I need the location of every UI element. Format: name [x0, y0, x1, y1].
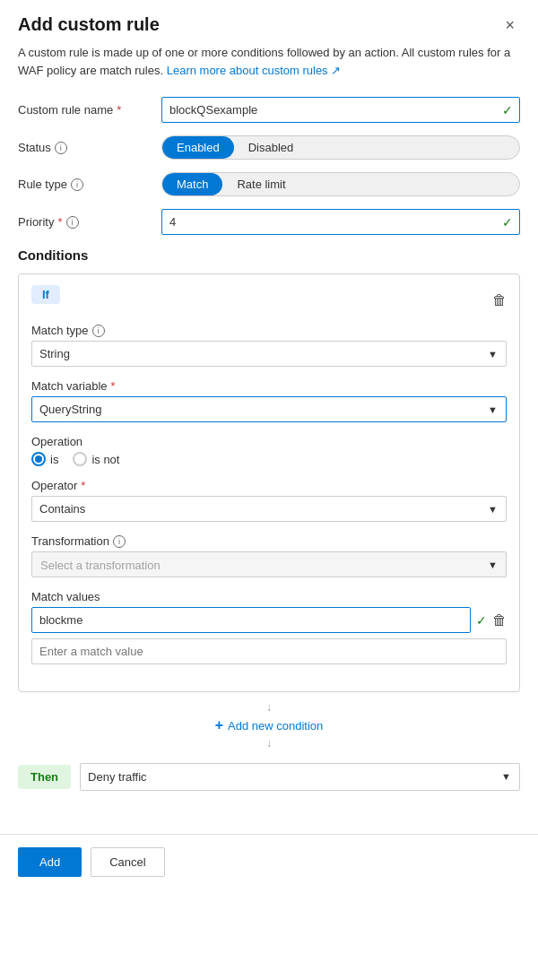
- transformation-select[interactable]: Lowercase Uppercase Trim URL decode URL …: [31, 551, 507, 577]
- dialog-body: A custom rule is made up of one or more …: [0, 44, 538, 827]
- rule-type-info-icon[interactable]: i: [71, 178, 83, 191]
- footer-divider: [0, 834, 538, 835]
- add-icon: +: [215, 717, 223, 733]
- dialog-title: Add custom rule: [18, 14, 160, 35]
- conditions-section-title: Conditions: [18, 247, 520, 263]
- rule-name-row: Custom rule name * ✓: [18, 97, 520, 123]
- add-button[interactable]: Add: [18, 847, 82, 877]
- operation-is-not-radio[interactable]: [73, 452, 87, 466]
- transformation-select-wrapper: Lowercase Uppercase Trim URL decode URL …: [31, 551, 507, 577]
- match-values-group: Match values ✓ 🗑: [31, 590, 507, 664]
- if-badge: If: [31, 285, 60, 304]
- then-row: Then Deny traffic Allow traffic Log ▼: [18, 763, 520, 791]
- match-value-checkmark: ✓: [476, 613, 487, 628]
- required-star-mv: *: [111, 379, 116, 393]
- status-enabled-button[interactable]: Enabled: [162, 136, 234, 159]
- close-button[interactable]: ×: [499, 15, 520, 35]
- priority-input[interactable]: [161, 209, 520, 235]
- status-info-icon[interactable]: i: [55, 142, 67, 154]
- condition-block: If 🗑 Match type i String IP address Geo …: [18, 273, 520, 692]
- match-variable-label: Match variable *: [31, 379, 507, 393]
- rule-name-field: ✓: [161, 97, 520, 123]
- priority-row: Priority * i ✓: [18, 209, 520, 235]
- status-control: Enabled Disabled: [161, 135, 520, 160]
- if-header: If 🗑: [31, 285, 507, 315]
- status-label: Status i: [18, 141, 161, 154]
- arrow-connector: ↓: [266, 701, 272, 714]
- required-star-op: *: [81, 479, 85, 492]
- transformation-group: Transformation i Lowercase Uppercase Tri…: [31, 534, 507, 577]
- description-text: A custom rule is made up of one or more …: [18, 44, 520, 82]
- match-value-row-2: [31, 638, 507, 664]
- transformation-label: Transformation i: [31, 534, 507, 548]
- required-star-priority: *: [57, 215, 62, 229]
- then-badge: Then: [18, 765, 71, 789]
- rule-type-control: Match Rate limit: [161, 172, 520, 196]
- add-custom-rule-dialog: Add custom rule × A custom rule is made …: [0, 0, 538, 980]
- dialog-header: Add custom rule ×: [0, 0, 538, 44]
- operator-select-wrapper: Contains Equals StartsWith EndsWith ▼: [31, 496, 507, 522]
- cancel-button[interactable]: Cancel: [91, 847, 164, 877]
- then-action-select[interactable]: Deny traffic Allow traffic Log: [80, 763, 520, 791]
- then-select-wrapper: Deny traffic Allow traffic Log ▼: [80, 763, 520, 791]
- priority-label: Priority * i: [18, 215, 161, 229]
- operation-label: Operation: [31, 435, 507, 448]
- rule-type-label: Rule type i: [18, 178, 161, 191]
- match-variable-select-wrapper: QueryString RequestBody RequestHeader Re…: [31, 396, 507, 422]
- rule-type-toggle-group: Match Rate limit: [161, 172, 520, 196]
- add-condition-button[interactable]: + Add new condition: [208, 714, 331, 737]
- match-values-label: Match values: [31, 590, 507, 603]
- status-toggle-group: Enabled Disabled: [161, 135, 520, 160]
- status-row: Status i Enabled Disabled: [18, 135, 520, 160]
- match-value-row-1: ✓ 🗑: [31, 607, 507, 633]
- arrow-down-icon: ↓: [266, 701, 272, 714]
- match-type-select[interactable]: String IP address Geo location Integer: [31, 341, 507, 367]
- rule-type-row: Rule type i Match Rate limit: [18, 172, 520, 196]
- match-value-delete-icon[interactable]: 🗑: [492, 612, 507, 629]
- operation-is-not-option[interactable]: is not: [73, 452, 119, 466]
- priority-info-icon[interactable]: i: [66, 216, 79, 229]
- status-disabled-button[interactable]: Disabled: [234, 136, 308, 159]
- match-type-group: Match type i String IP address Geo locat…: [31, 324, 507, 367]
- operation-is-option[interactable]: is: [31, 452, 58, 466]
- rule-name-input[interactable]: [161, 97, 520, 123]
- operator-label: Operator *: [31, 479, 507, 492]
- arrow-connector-2: ↓: [266, 737, 272, 750]
- operation-is-radio[interactable]: [31, 452, 46, 466]
- footer-buttons: Add Cancel: [0, 847, 538, 895]
- external-link-icon: ↗: [331, 64, 341, 77]
- match-value-input-1[interactable]: [31, 607, 471, 633]
- rule-type-rate-limit-button[interactable]: Rate limit: [222, 173, 299, 195]
- operation-radio-group: is is not: [31, 452, 507, 466]
- operation-group: Operation is is not: [31, 435, 507, 466]
- match-variable-select[interactable]: QueryString RequestBody RequestHeader Re…: [31, 396, 507, 422]
- operator-select[interactable]: Contains Equals StartsWith EndsWith: [31, 496, 507, 522]
- required-star: *: [117, 103, 121, 117]
- priority-field: ✓: [161, 209, 520, 235]
- transformation-info-icon[interactable]: i: [113, 535, 126, 548]
- learn-more-link[interactable]: Learn more about custom rules ↗: [167, 64, 342, 77]
- operator-group: Operator * Contains Equals StartsWith En…: [31, 479, 507, 522]
- match-type-info-icon[interactable]: i: [92, 325, 105, 337]
- match-type-select-wrapper: String IP address Geo location Integer ▼: [31, 341, 507, 367]
- rule-type-match-button[interactable]: Match: [162, 173, 222, 195]
- arrow-down-2-icon: ↓: [266, 737, 272, 750]
- delete-condition-icon[interactable]: 🗑: [492, 292, 507, 308]
- priority-checkmark: ✓: [502, 215, 513, 230]
- match-variable-group: Match variable * QueryString RequestBody…: [31, 379, 507, 422]
- match-value-placeholder-input[interactable]: [31, 638, 507, 664]
- valid-checkmark: ✓: [502, 103, 513, 117]
- add-condition-row: ↓ + Add new condition ↓: [18, 701, 520, 750]
- rule-name-label: Custom rule name *: [18, 103, 161, 117]
- match-type-label: Match type i: [31, 324, 507, 337]
